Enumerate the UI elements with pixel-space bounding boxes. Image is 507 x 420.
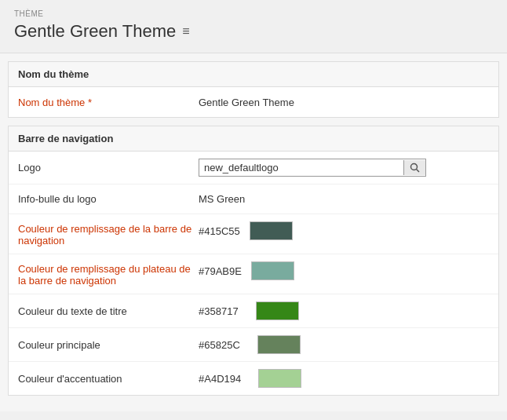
value-color-fill-nav: #415C55 — [199, 221, 489, 240]
value-logo — [199, 159, 489, 177]
svg-point-0 — [411, 164, 418, 170]
logo-search-button[interactable] — [403, 160, 425, 175]
label-color-title: Couleur du texte de titre — [18, 305, 199, 317]
value-color-accent: #A4D194 — [199, 369, 489, 388]
value-infobulle: MS Green — [199, 193, 489, 205]
logo-input[interactable] — [199, 159, 403, 176]
form-row-logo: Logo — [9, 152, 498, 184]
form-row-theme-name: Nom du thème * Gentle Green Theme — [9, 87, 498, 117]
page-header: THÈME Gentle Green Theme ≡ — [0, 0, 507, 53]
label-color-main: Couleur principale — [18, 339, 199, 351]
label-logo: Logo — [18, 162, 199, 173]
page-title-text: Gentle Green Theme — [14, 21, 176, 42]
logo-input-wrap — [199, 159, 426, 177]
label-color-plateau: Couleur de remplissage du plateau de la … — [18, 261, 199, 287]
swatch-main[interactable] — [257, 335, 301, 354]
swatch-fill-nav[interactable] — [250, 221, 293, 240]
label-color-fill-nav: Couleur de remplissage de la barre de na… — [18, 221, 199, 247]
required-indicator: * — [88, 97, 92, 108]
value-color-main: #65825C — [199, 335, 489, 354]
svg-line-1 — [417, 170, 420, 173]
form-row-color-title: Couleur du texte de titre #358717 — [9, 294, 498, 328]
swatch-accent[interactable] — [258, 369, 301, 388]
form-row-color-plateau: Couleur de remplissage du plateau de la … — [9, 254, 498, 294]
value-nom-du-theme: Gentle Green Theme — [199, 97, 489, 108]
page-title-row: Gentle Green Theme ≡ — [14, 21, 493, 42]
form-row-infobulle: Info-bulle du logo MS Green — [9, 184, 498, 214]
content-area: Nom du thème Nom du thème * Gentle Green… — [0, 53, 507, 411]
label-color-accent: Couleur d'accentuation — [18, 373, 199, 385]
section-barre-nav: Barre de navigation Logo — [8, 126, 499, 396]
theme-section-label: THÈME — [14, 9, 493, 18]
value-color-title: #358717 — [199, 301, 489, 320]
section-nom-header: Nom du thème — [9, 62, 498, 87]
section-nom-du-theme: Nom du thème Nom du thème * Gentle Green… — [8, 61, 499, 118]
swatch-plateau[interactable] — [251, 261, 294, 280]
form-row-color-accent: Couleur d'accentuation #A4D194 — [9, 362, 498, 395]
form-row-color-main: Couleur principale #65825C — [9, 328, 498, 362]
section-nav-header: Barre de navigation — [9, 126, 498, 152]
label-nom-du-theme: Nom du thème * — [18, 97, 199, 108]
menu-icon[interactable]: ≡ — [182, 24, 189, 38]
search-icon — [410, 163, 420, 173]
value-color-plateau: #79AB9E — [199, 261, 489, 280]
swatch-title[interactable] — [256, 301, 299, 320]
label-infobulle: Info-bulle du logo — [18, 193, 199, 205]
form-row-color-fill-nav: Couleur de remplissage de la barre de na… — [9, 214, 498, 254]
